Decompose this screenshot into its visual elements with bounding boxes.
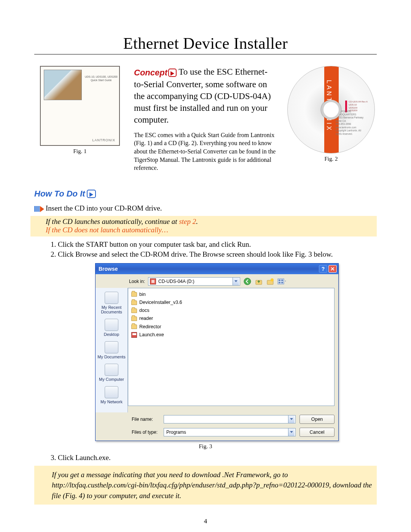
concept-paragraph: Concept To use the ESC Ethernet-to-Seria… <box>134 66 277 126</box>
hl1-end: . <box>196 217 198 225</box>
chevron-down-icon[interactable] <box>288 428 295 436</box>
view-menu-icon[interactable] <box>277 277 286 286</box>
recent-icon <box>105 292 118 304</box>
filename-field[interactable] <box>164 415 296 423</box>
svg-point-0 <box>244 278 251 285</box>
folder-icon <box>131 324 137 329</box>
cd-image: LANTRONIX CD-UDS-04 Rev A UDS-10 UDS100 … <box>287 66 375 153</box>
dialog-title: Browse <box>99 266 118 272</box>
booklet-photo <box>44 70 82 100</box>
page-title: Ethernet Device Installer <box>34 34 377 53</box>
booklet-brand: LANTRONIX <box>92 138 115 142</box>
howto-label: How To Do It <box>34 189 85 199</box>
lookin-label: Look in: <box>129 279 145 284</box>
close-button[interactable]: ✕ <box>328 265 337 273</box>
new-folder-icon[interactable] <box>266 277 274 286</box>
filetypes-label: Files of type: <box>132 430 160 435</box>
dialog-titlebar[interactable]: Browse ? ✕ <box>96 264 338 274</box>
dialog-body: My Recent Documents Desktop My Documents… <box>96 288 338 412</box>
figure-1: UDS-10, UDS100, UDS200 Quick Start Guide… <box>34 66 126 155</box>
hl2-url: http://ltxfaq.custhelp.com/cgi-bin/ltxfa… <box>52 481 329 489</box>
lookin-combo[interactable]: CD-UDS-04A (D:) <box>148 277 240 286</box>
chevron-down-icon[interactable] <box>233 278 239 285</box>
booklet-line2: Quick Start Guide <box>85 78 118 82</box>
list-item[interactable]: DeviceInstaller_v3.6 <box>131 299 331 307</box>
intro-grid: UDS-10, UDS100, UDS200 Quick Start Guide… <box>34 66 377 178</box>
hl1-line2: If the CD does not launch automatically… <box>46 226 373 234</box>
hl1-line1: If the CD launches automatically, contin… <box>46 217 373 226</box>
back-icon[interactable] <box>243 277 252 286</box>
howto-heading: How To Do It <box>34 189 377 199</box>
horizontal-rule <box>34 54 377 54</box>
places-bar: My Recent Documents Desktop My Documents… <box>96 288 128 412</box>
insert-text: Insert the CD into your CD-ROM drive. <box>46 204 162 212</box>
exe-icon <box>131 332 137 338</box>
file-name: Redirector <box>139 323 161 331</box>
svg-rect-7 <box>281 280 283 281</box>
desktop-icon <box>105 319 118 331</box>
hl2-a: If you get a message indicating that you… <box>52 471 288 479</box>
page-number: 4 <box>34 518 377 525</box>
svg-rect-8 <box>281 282 283 283</box>
mydocs-icon <box>105 341 118 353</box>
list-item[interactable]: bin <box>131 291 331 299</box>
booklet-image: UDS-10, UDS100, UDS200 Quick Start Guide… <box>40 66 120 146</box>
step-2: Click Browse and select the CD-ROM drive… <box>58 250 377 259</box>
place-recent[interactable]: My Recent Documents <box>97 292 126 314</box>
chevron-down-icon[interactable] <box>288 415 295 423</box>
arrow-icon <box>87 190 96 198</box>
folder-icon <box>131 316 137 321</box>
lookin-value: CD-UDS-04A (D:) <box>158 279 194 284</box>
dialog-bottom: File name: Open <box>96 412 338 428</box>
insert-cd-line: Insert the CD into your CD-ROM drive. <box>34 204 377 214</box>
browse-dialog: Browse ? ✕ Look in: CD-UDS-04A (D:) <box>95 263 339 441</box>
up-folder-icon[interactable] <box>255 277 263 286</box>
file-list[interactable]: bin DeviceInstaller_v3.6 docs reader Red… <box>128 288 335 406</box>
list-item[interactable]: docs <box>131 307 331 315</box>
drive-icon <box>150 278 156 284</box>
place-mycomputer[interactable]: My Computer <box>97 364 126 382</box>
svg-rect-5 <box>279 280 280 281</box>
mycomputer-icon <box>105 364 118 376</box>
cd-disc: LANTRONIX CD-UDS-04 Rev A UDS-10 UDS100 … <box>287 66 375 153</box>
toolbar: Look in: CD-UDS-04A (D:) <box>96 274 338 288</box>
step-1: Click the START button on your computer … <box>58 240 377 249</box>
file-name: reader <box>139 315 153 323</box>
fig2-caption: Fig. 2 <box>285 156 377 162</box>
ordered-steps-cont: Click Launch.exe. <box>49 454 377 462</box>
filetypes-field[interactable]: Programs <box>164 428 296 436</box>
titlebar-buttons: ? ✕ <box>319 265 337 273</box>
arrow-icon <box>168 69 177 77</box>
file-name: bin <box>139 291 146 299</box>
place-desktop[interactable]: Desktop <box>97 319 126 337</box>
place-label: Desktop <box>104 332 119 337</box>
place-label: My Recent Documents <box>101 305 122 314</box>
help-button[interactable]: ? <box>319 265 327 273</box>
file-name: DeviceInstaller_v3.6 <box>139 299 182 307</box>
concept-column: Concept To use the ESC Ethernet-to-Seria… <box>134 66 277 178</box>
hl1-step: step 2 <box>179 217 196 225</box>
figure-2: LANTRONIX CD-UDS-04 Rev A UDS-10 UDS100 … <box>285 66 377 162</box>
place-network[interactable]: My Network <box>97 386 126 404</box>
folder-icon <box>131 292 137 297</box>
concept-subparagraph: The ESC comes with a Quick Start Guide f… <box>134 131 277 172</box>
place-mydocs[interactable]: My Documents <box>97 341 126 359</box>
highlight-box-1: If the CD launches automatically, contin… <box>30 216 377 236</box>
cancel-button[interactable]: Cancel <box>299 428 335 437</box>
list-item[interactable]: Redirector <box>131 323 331 331</box>
booklet-line1: UDS-10, UDS100, UDS200 <box>85 75 118 78</box>
cd-hole <box>321 100 341 120</box>
open-button[interactable]: Open <box>299 415 335 424</box>
fig3-caption: Fig. 3 <box>34 443 377 450</box>
place-label: My Documents <box>97 355 125 359</box>
fig1-caption: Fig. 1 <box>34 148 126 155</box>
step-3: Click Launch.exe. <box>58 454 377 462</box>
dialog-bottom-2: Files of type: Programs Cancel <box>96 428 338 441</box>
filename-label: File name: <box>132 417 160 422</box>
list-item[interactable]: reader <box>131 315 331 323</box>
folder-icon <box>131 308 137 313</box>
folder-icon <box>131 300 137 305</box>
filetypes-value: Programs <box>166 430 186 435</box>
list-item[interactable]: Launch.exe <box>131 331 331 339</box>
hl1-l1a: If the CD launches automatically, contin… <box>46 217 179 225</box>
